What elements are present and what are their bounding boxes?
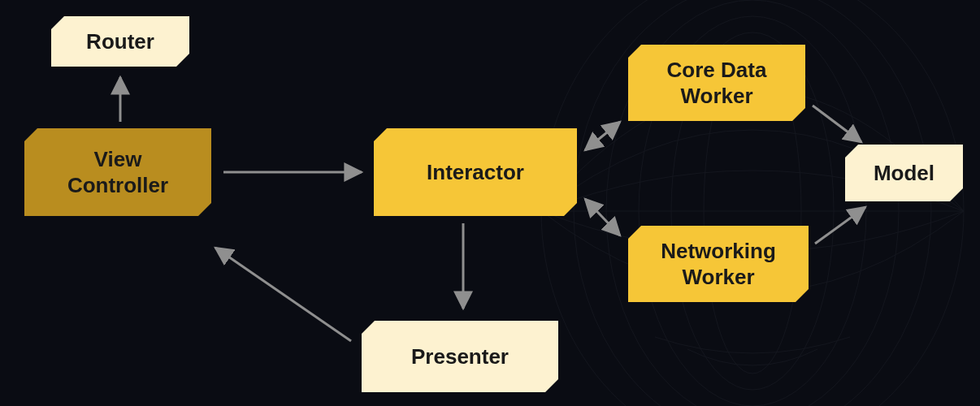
arrow-coredata-to-model (813, 106, 861, 142)
node-networking-worker: NetworkingWorker (628, 226, 809, 302)
node-interactor: Interactor (374, 128, 577, 216)
node-label: Router (86, 28, 154, 55)
node-core-data-worker: Core DataWorker (628, 45, 805, 121)
node-model: Model (845, 145, 963, 201)
node-label: Core DataWorker (667, 57, 767, 110)
node-label: NetworkingWorker (661, 238, 776, 291)
node-label: Interactor (427, 159, 524, 186)
node-presenter: Presenter (362, 321, 558, 392)
node-router: Router (51, 16, 189, 67)
node-label: Presenter (411, 343, 509, 370)
arrow-interactor-networking (585, 199, 620, 235)
node-label: Model (874, 160, 934, 187)
arrow-presenter-to-vc (215, 248, 351, 341)
arrow-interactor-coredata (585, 122, 620, 150)
arrow-networking-to-model (815, 207, 865, 244)
node-label: ViewController (67, 146, 168, 199)
node-view-controller: ViewController (24, 128, 211, 216)
